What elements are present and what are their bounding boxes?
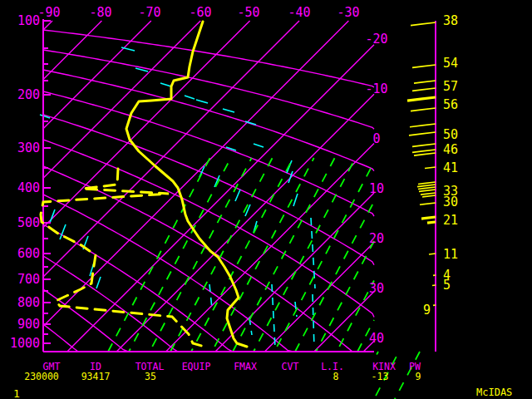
isotherm-line [43,21,348,326]
isotherm-line [116,94,374,352]
wind-speed-label: 5 [443,278,451,293]
temp-label-right: 40 [369,331,384,346]
mixing-ratio-dash [223,109,234,112]
wind-barb [421,193,436,195]
isotherm-line [43,21,299,277]
status-field-value: -13 [372,371,389,382]
wind-speed-label: 57 [443,79,458,94]
status-field-value: 230000 [24,371,59,382]
wind-barb [420,203,436,204]
pressure-label: 400 [17,180,40,195]
status-field-value: 8 [333,371,339,382]
wind-barb [419,190,436,191]
frame-number: 1 [13,387,20,399]
temp-label-right: 10 [369,181,384,196]
pressure-label: 700 [17,272,40,287]
pressure-axis [43,19,374,352]
status-field-label: EQUIP [182,361,211,372]
temp-label-right: 30 [369,281,384,296]
wind-barb [418,182,436,185]
wind-speed-label: 46 [443,142,458,157]
status-field-value: 93417 [81,371,111,382]
mixing-ratio-dashed-line [209,284,212,308]
dry-adiabat-line [43,195,293,352]
isotherm-line [314,292,374,352]
status-field-label: FMAX [234,361,257,372]
isotherm-line [43,21,101,79]
wind-barb [409,132,436,135]
moist-adiabat-dash [374,352,378,360]
dry-adiabat-line [43,289,128,352]
mixing-ratio-dash [160,83,171,86]
wind-barb [412,65,436,67]
wind-barb [407,97,436,101]
temp-label-right: -10 [365,81,387,96]
isotherm-line [43,21,52,30]
pressure-label: 100 [17,13,40,28]
wind-barb [421,217,436,219]
temp-label-right: 20 [369,231,384,246]
wind-barb [417,185,436,187]
wind-speed-label: 9 [423,303,431,318]
wind-barb-column: 3854575650464133302111459 [407,13,458,352]
temp-label-top: -80 [89,5,111,20]
wind-barb [411,22,436,26]
temp-label-top: -70 [138,5,160,20]
mixing-ratio-dash [293,194,298,206]
mixing-ratio-dash [235,190,240,201]
dry-adiabat-line [43,70,374,171]
dry-adiabat-line [43,324,78,352]
wind-speed-label: 38 [443,13,458,28]
wind-barb [429,254,436,254]
pressure-label: 900 [17,317,40,332]
pressure-label: 500 [17,215,40,230]
skewt-chart: 1002003004005006007008009001000-90-80-70… [0,0,532,399]
status-field-label: CVT [282,361,299,372]
wind-barb [412,88,436,91]
pressure-label: 1000 [10,336,40,351]
moist-adiabat-dash [191,158,293,352]
wind-barb [412,150,436,152]
mixing-ratio-dash [254,144,264,147]
wind-barb [422,195,436,197]
mixing-ratio-dash [96,277,101,288]
wind-speed-label: 30 [443,195,458,209]
temp-label-right: -20 [365,32,387,47]
wind-speed-label: 11 [443,247,458,262]
status-field-value: 9 [416,371,421,382]
wind-speed-label: 41 [443,160,458,175]
wind-barb [427,222,436,223]
pressure-label: 800 [17,295,40,310]
mixing-ratio-dash [196,100,208,103]
status-field-value: 35 [145,371,156,382]
isotherm-line [43,21,200,178]
dry-adiabat-grid [43,30,374,352]
temp-label-top: -90 [37,5,60,20]
wind-barb [414,81,436,83]
mcidas-display: 1002003004005006007008009001000-90-80-70… [0,0,532,399]
temp-label-top: -60 [189,5,211,20]
mixing-ratio-dash [288,171,293,183]
wind-barb [418,187,436,190]
wind-barb [412,144,436,146]
wind-speed-label: 21 [443,213,458,228]
wind-barb [411,108,436,111]
temp-label-top: -30 [337,5,359,20]
moist-adiabat-dash [254,158,356,352]
pressure-label: 200 [17,87,40,102]
mixing-ratio-dash [185,96,195,99]
wind-speed-label: 54 [443,56,458,71]
wind-speed-label: 56 [443,97,458,112]
wind-barb [410,124,436,127]
temp-label-top: -50 [237,5,259,20]
dry-adiabat-line [43,166,352,352]
pressure-label: 600 [17,246,40,261]
temp-label-top: -40 [288,5,310,20]
wind-barb [414,153,436,155]
moist-adiabat-dash [170,158,273,352]
pressure-label: 300 [17,140,40,155]
moist-adiabat-dash [150,158,252,352]
temp-label-right: 0 [372,131,380,146]
brand-label: McIDAS [476,387,512,398]
wind-speed-label: 50 [443,127,458,142]
